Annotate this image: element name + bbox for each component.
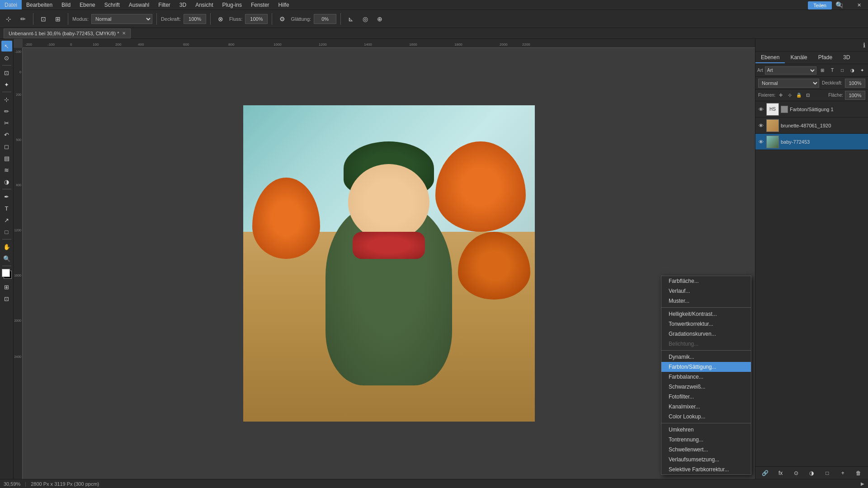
ctx-colorlookup[interactable]: Color Lookup... [661, 412, 751, 422]
add-adjustment-btn[interactable]: ◑ [807, 469, 816, 478]
ctx-muster[interactable]: Muster... [661, 296, 751, 306]
filter-text-btn[interactable]: T [828, 66, 836, 75]
menu-fenster[interactable]: Fenster [246, 0, 274, 9]
tab-3d[interactable]: 3D [838, 52, 855, 63]
quick-mask-btn[interactable]: ⊞ [1, 282, 12, 292]
ctx-fotofilter[interactable]: Fotofilter... [661, 392, 751, 402]
minimize-button[interactable]: ─ [814, 0, 832, 10]
menu-3d[interactable]: 3D [175, 0, 191, 9]
eyedropper-tool[interactable]: ✦ [1, 79, 12, 90]
menu-auswahl[interactable]: Auswahl [124, 0, 154, 9]
screen-mode-btn[interactable]: ⊡ [1, 293, 12, 304]
filter-pixel-btn[interactable]: ⊞ [818, 66, 826, 75]
tab-kanaele[interactable]: Kanäle [785, 52, 812, 63]
status-arrow-btn[interactable]: ▶ [861, 481, 864, 486]
zoom-tool[interactable]: 🔍 [1, 253, 12, 264]
layer-row-brunette[interactable]: 👁 brunette-487061_1920 [755, 117, 868, 134]
ctx-kanalmixer[interactable]: Kanalmixer... [661, 402, 751, 412]
filter-adj-btn[interactable]: ◑ [848, 66, 856, 75]
document-tab[interactable]: Unbenannt-1 bei 30,6% (baby-772453, CMYK… [4, 28, 131, 38]
move-tool-btn[interactable]: ⊹ [3, 13, 14, 25]
glattung-input[interactable] [314, 14, 336, 24]
ctx-dynamik[interactable]: Dynamik... [661, 352, 751, 362]
ctx-schwarzweiss[interactable]: Schwarzweiß... [661, 382, 751, 392]
menu-ansicht[interactable]: Ansicht [191, 0, 217, 9]
dodge-tool[interactable]: ◑ [1, 176, 12, 187]
extra-btn-1[interactable]: ⊾ [345, 13, 357, 25]
lasso-tool[interactable]: ⊙ [1, 52, 12, 63]
ctx-tontrennung[interactable]: Tontrennung... [661, 435, 751, 445]
stamp-tool[interactable]: ✂ [1, 117, 12, 128]
tool-options-1[interactable]: ⊡ [38, 13, 49, 25]
menu-schrift[interactable]: Schrift [100, 0, 124, 9]
brush-tool[interactable]: ✏ [1, 106, 12, 117]
fluss-input[interactable] [245, 14, 268, 24]
ctx-gradation[interactable]: Gradationskurven... [661, 329, 751, 339]
menu-datei[interactable]: Datei [0, 0, 22, 9]
layer-vis-3[interactable]: 👁 [757, 138, 764, 145]
flache-input[interactable] [845, 91, 865, 100]
filter-type-select[interactable]: Art Pixel Text Formebene [765, 66, 816, 75]
deckraft-input[interactable] [184, 14, 206, 24]
menu-bearbeiten[interactable]: Bearbeiten [22, 0, 57, 9]
crop-tool[interactable]: ⊡ [1, 67, 12, 78]
panel-info-icon[interactable]: ℹ [863, 42, 865, 49]
ctx-farbflaeche[interactable]: Farbfläche... [661, 276, 751, 286]
extra-btn-2[interactable]: ◎ [359, 13, 371, 25]
erase-tool[interactable]: ◻ [1, 141, 12, 152]
airbrush-btn[interactable]: ⊗ [215, 13, 226, 25]
layer-vis-1[interactable]: 👁 [757, 106, 764, 113]
pen-tool[interactable]: ✒ [1, 191, 12, 202]
ctx-verlauf[interactable]: Verlauf... [661, 286, 751, 296]
fix-pixel-btn[interactable]: ⊹ [786, 92, 793, 99]
layer-row-baby[interactable]: 👁 baby-772453 [755, 134, 868, 150]
hand-tool[interactable]: ✋ [1, 241, 12, 252]
add-layer-btn[interactable]: + [838, 469, 847, 478]
ctx-selektive[interactable]: Selektive Farbkorrektur... [661, 465, 751, 474]
blur-tool[interactable]: ≋ [1, 164, 12, 175]
layer-row-adjustment[interactable]: 👁 HS Farbton/Sättigung 1 [755, 101, 868, 117]
tab-pfade[interactable]: Pfade [813, 52, 838, 63]
ctx-umkehren[interactable]: Umkehren [661, 425, 751, 435]
tab-ebenen[interactable]: Ebenen [755, 52, 785, 63]
fix-pos-btn[interactable]: ✛ [777, 92, 784, 99]
ctx-farbbalance[interactable]: Farbbalance... [661, 372, 751, 382]
maximize-button[interactable]: □ [832, 0, 850, 10]
menu-ebene[interactable]: Ebene [75, 0, 100, 9]
ctx-verlaufsumsetzung[interactable]: Verlaufsumsetzung... [661, 455, 751, 465]
fix-all-btn[interactable]: 🔒 [795, 92, 802, 99]
heal-tool[interactable]: ⊹ [1, 94, 12, 105]
menu-plugins[interactable]: Plug-ins [218, 0, 246, 9]
select-tool[interactable]: ↖ [1, 41, 12, 52]
text-tool[interactable]: T [1, 203, 12, 214]
history-brush[interactable]: ↶ [1, 129, 12, 140]
link-layers-btn[interactable]: 🔗 [760, 469, 769, 478]
gradient-tool[interactable]: ▤ [1, 153, 12, 164]
opacity-input[interactable] [845, 79, 865, 88]
add-mask-btn[interactable]: ⊙ [792, 469, 801, 478]
add-group-btn[interactable]: □ [823, 469, 832, 478]
modus-select[interactable]: Normal Multiplizieren Negativ multiplizi… [91, 14, 152, 24]
foreground-color-swatch[interactable] [2, 269, 10, 277]
menu-bild[interactable]: Bild [57, 0, 75, 9]
close-button[interactable]: ✕ [850, 0, 868, 10]
document-tab-close[interactable]: ✕ [122, 31, 126, 36]
path-select[interactable]: ↗ [1, 215, 12, 225]
ctx-helligkeit[interactable]: Helligkeit/Kontrast... [661, 309, 751, 319]
layer-mode-select[interactable]: Normal Multiplizieren [758, 79, 819, 88]
tool-options-2[interactable]: ⊞ [52, 13, 64, 25]
add-style-btn[interactable]: fx [776, 469, 785, 478]
ctx-schwellenwert[interactable]: Schwellenwert... [661, 445, 751, 455]
ctx-tonwert[interactable]: Tonwertkorrektur... [661, 319, 751, 329]
extra-btn-3[interactable]: ⊕ [374, 13, 386, 25]
filter-smart-btn[interactable]: ✦ [858, 66, 866, 75]
brush-tool-btn[interactable]: ✏ [17, 13, 29, 25]
ctx-farbton[interactable]: Farbton/Sättigung... [661, 362, 751, 372]
menu-hilfe[interactable]: Hilfe [274, 0, 294, 9]
shape-tool[interactable]: □ [1, 226, 12, 237]
layer-vis-2[interactable]: 👁 [757, 122, 764, 129]
settings-btn[interactable]: ⚙ [276, 13, 288, 25]
fix-artboard-btn[interactable]: ⊡ [804, 92, 811, 99]
delete-layer-btn[interactable]: 🗑 [854, 469, 863, 478]
menu-filter[interactable]: Filter [154, 0, 175, 9]
